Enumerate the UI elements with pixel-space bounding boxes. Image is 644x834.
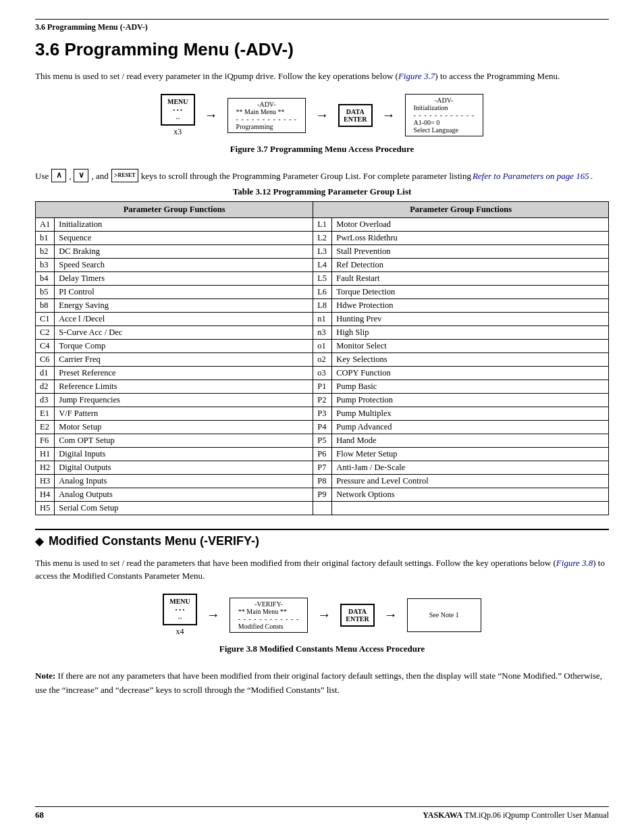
param-code-right: o2 <box>313 353 332 366</box>
param-name-left: Serial Com Setup <box>55 501 313 515</box>
comma1: , <box>69 168 71 184</box>
param-code-right: P5 <box>313 434 332 447</box>
table-row: C2S-Curve Acc / Decn3High Slip <box>36 325 609 339</box>
arrow-2: → <box>315 107 329 123</box>
modified-title: Modified Constants Menu (-VERIFY-) <box>49 534 259 548</box>
param-name-left: Carrier Freq <box>55 353 313 366</box>
table-row: C1Acce l /Deceln1Hunting Prev <box>36 312 609 325</box>
figure-3-7-container: MENU • • •↔ x3 → -ADV- ** Main Menu ** -… <box>35 94 609 163</box>
param-name-right: Hand Mode <box>332 434 609 447</box>
param-code-left: C6 <box>36 353 55 366</box>
diagram-3-7: MENU • • •↔ x3 → -ADV- ** Main Menu ** -… <box>161 94 483 137</box>
table-row: d2Reference LimitsP1Pump Basic <box>36 380 609 393</box>
note-label: Note: <box>35 671 55 681</box>
box3-title: -VERIFY- <box>238 600 299 608</box>
box2-line1: Initialization <box>414 104 475 111</box>
table-row: H1Digital InputsP6Flow Meter Setup <box>36 447 609 461</box>
arrow-4: → <box>207 607 220 623</box>
param-code-right: L5 <box>313 271 332 285</box>
x-label-1: x3 <box>173 127 182 137</box>
param-code-left: b2 <box>36 244 55 258</box>
param-code-left: H1 <box>36 447 55 461</box>
table-row: F6Com OPT SetupP5Hand Mode <box>36 434 609 447</box>
param-name-right: Hdwe Protection <box>332 298 609 312</box>
param-code-right: P6 <box>313 447 332 461</box>
menu-button-2: MENU • • •↔ <box>163 594 197 625</box>
table-row: d3Jump FrequenciesP2Pump Protection <box>36 393 609 407</box>
param-name-right: Monitor Select <box>332 339 609 353</box>
param-code-left: d2 <box>36 380 55 393</box>
param-name-left: Torque Comp <box>55 339 313 353</box>
table-row: E1V/F PatternP3Pump Multiplex <box>36 407 609 420</box>
param-code-right: n1 <box>313 312 332 325</box>
box2-line2: A1-00= 0 <box>414 119 475 126</box>
param-name-right: PwrLoss Ridethru <box>332 231 609 244</box>
box2-title: -ADV- <box>414 97 475 104</box>
intro-figure-ref[interactable]: Figure 3.7 <box>398 71 435 81</box>
param-name-left: Initialization <box>55 217 313 231</box>
table-row: b8Energy SavingL8Hdwe Protection <box>36 298 609 312</box>
param-code-right: P9 <box>313 488 332 501</box>
footer-brand: YASKAWA <box>423 810 462 820</box>
param-name-right: Ref Detection <box>332 258 609 271</box>
section-name: Programming Menu (-ADV-) <box>64 39 293 59</box>
adv-box-2: -ADV- Initialization - - - - - - - - - -… <box>405 94 483 136</box>
param-code-left: F6 <box>36 434 55 447</box>
param-name-right: Pump Basic <box>332 380 609 393</box>
param-code-left: b8 <box>36 298 55 312</box>
param-name-right: Motor Overload <box>332 217 609 231</box>
box1-title: -ADV- <box>236 101 297 108</box>
table-title: Table 3.12 Programming Parameter Group L… <box>35 186 609 197</box>
enter-label1: DATA <box>346 108 365 115</box>
box2-line3: Select Language <box>414 126 475 134</box>
key-reset-icon: >RESET <box>111 169 138 182</box>
param-name-right: Flow Meter Setup <box>332 447 609 461</box>
see-note-box: See Note 1 <box>407 598 481 632</box>
menu-button-1: MENU • • •↔ <box>161 94 195 126</box>
menu-dots-1: • • •↔ <box>173 107 182 122</box>
arrow-6: → <box>384 607 398 623</box>
arrow-3: → <box>382 107 396 123</box>
refer-link[interactable]: Refer to Parameters on page 165 <box>473 168 589 184</box>
page: 3.6 Programming Menu (-ADV-) 3.6 Program… <box>0 0 644 834</box>
param-code-left: H5 <box>36 501 55 515</box>
param-code-right: P7 <box>313 461 332 474</box>
param-code-left: C2 <box>36 325 55 339</box>
table-row: H3Analog InputsP8Pressure and Level Cont… <box>36 474 609 488</box>
note-text: If there are not any parameters that hav… <box>35 671 602 695</box>
box3-line1: ** Main Menu ** <box>238 608 299 615</box>
modified-figure-ref[interactable]: Figure 3.8 <box>556 558 593 568</box>
param-code-left: b4 <box>36 271 55 285</box>
param-name-left: Speed Search <box>55 258 313 271</box>
use-keys-text2: keys to scroll through the Programming P… <box>141 168 471 184</box>
box1-dashes: - - - - - - - - - - - - <box>236 115 297 123</box>
box1-line2: Programming <box>236 123 297 130</box>
x-label-2: x4 <box>176 627 184 637</box>
arrow-1: → <box>205 107 218 123</box>
param-code-right: P8 <box>313 474 332 488</box>
footer: 68 YASKAWA TM.iQp.06 iQpump Controller U… <box>35 806 609 820</box>
key-down-icon: ∨ <box>74 169 88 182</box>
modified-intro-part1: This menu is used to set / read the para… <box>35 558 556 568</box>
display-col-1: -ADV- ** Main Menu ** - - - - - - - - - … <box>227 98 306 133</box>
param-code-right: L6 <box>313 285 332 298</box>
table-row: b3Speed SearchL4Ref Detection <box>36 258 609 271</box>
table-header-right: Parameter Group Functions <box>313 201 609 217</box>
footer-page: 68 <box>35 810 44 820</box>
param-name-right: High Slip <box>332 325 609 339</box>
enter-button-1: DATA ENTER <box>338 104 372 127</box>
top-header: 3.6 Programming Menu (-ADV-) <box>35 22 609 32</box>
note-line: Note: If there are not any parameters th… <box>35 669 609 698</box>
box1-line1: ** Main Menu ** <box>236 108 297 115</box>
footer-right: YASKAWA TM.iQp.06 iQpump Controller User… <box>423 810 609 820</box>
param-code-right: o1 <box>313 339 332 353</box>
menu-label-1: MENU <box>167 98 188 105</box>
param-name-right: Hunting Prev <box>332 312 609 325</box>
param-code-right: P3 <box>313 407 332 420</box>
param-name-left: Com OPT Setup <box>55 434 313 447</box>
enter-label2: ENTER <box>344 115 367 123</box>
adv-box-1: -ADV- ** Main Menu ** - - - - - - - - - … <box>227 98 306 133</box>
param-name-left: Energy Saving <box>55 298 313 312</box>
param-name-left: DC Braking <box>55 244 313 258</box>
intro-text-part2: ) to access the Programming Menu. <box>435 71 560 81</box>
